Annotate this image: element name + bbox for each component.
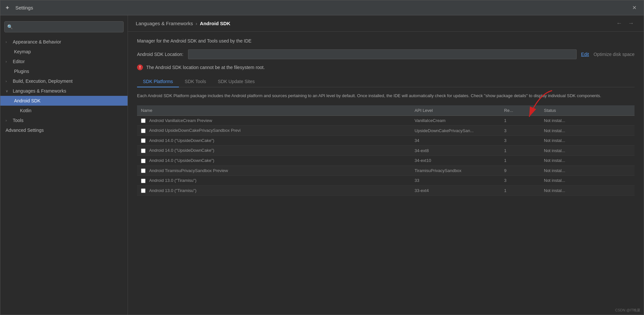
cell-status: Not instal...: [540, 135, 635, 146]
chevron-down-icon: ∨: [6, 89, 10, 93]
col-header-name: Name: [137, 105, 411, 116]
table-row: Android 14.0 ("UpsideDownCake") 34-ext10…: [137, 156, 635, 166]
optimize-link[interactable]: Optimize disk space: [594, 52, 635, 57]
search-icon: 🔍: [7, 24, 13, 29]
cell-rev: 3: [500, 126, 540, 136]
sidebar-item-label: Android SDK: [14, 98, 41, 103]
error-text: The Android SDK location cannot be at th…: [146, 65, 265, 70]
sidebar-item-plugins[interactable]: Plugins: [0, 66, 128, 76]
cell-status: Not instal...: [540, 176, 635, 186]
nav-arrows: ← →: [614, 19, 636, 27]
cell-name: Android UpsideDownCakePrivacySandbox Pre…: [137, 126, 411, 136]
sidebar-item-label: Languages & Frameworks: [13, 88, 66, 94]
cell-name: Android 13.0 ("Tiramisu"): [137, 185, 411, 196]
tab-description: Each Android SDK Platform package includ…: [137, 93, 635, 99]
sidebar-item-label: Tools: [13, 118, 24, 123]
sidebar-item-tools[interactable]: › Tools: [0, 115, 128, 125]
watermark: CSDN @IT晚夏: [615, 308, 640, 313]
table-row: Android VanillaIceCream Preview VanillaI…: [137, 115, 635, 126]
table-row: Android 14.0 ("UpsideDownCake") 34 3 Not…: [137, 135, 635, 146]
col-header-api: API Level: [411, 105, 500, 116]
cell-status: Not instal...: [540, 185, 635, 196]
table-row: Android TiramisuPrivacySandbox Preview T…: [137, 166, 635, 176]
error-row: ! The Android SDK location cannot be at …: [137, 64, 635, 70]
app-icon: ✦: [5, 4, 12, 11]
sidebar-item-advanced[interactable]: Advanced Settings: [0, 125, 128, 135]
cell-rev: 1: [500, 115, 540, 126]
table-header-row: Name API Level Re... Status: [137, 105, 635, 116]
breadcrumb-separator: ›: [196, 21, 197, 26]
row-checkbox[interactable]: [141, 138, 146, 143]
cell-api: 33-ext4: [411, 185, 500, 196]
cell-status: Not instal...: [540, 166, 635, 176]
breadcrumb-current: Android SDK: [200, 21, 230, 26]
sdk-location-input[interactable]: [188, 49, 577, 59]
table-row: Android UpsideDownCakePrivacySandbox Pre…: [137, 126, 635, 136]
row-checkbox[interactable]: [141, 188, 146, 193]
table-row: Android 13.0 ("Tiramisu") 33 3 Not insta…: [137, 176, 635, 186]
breadcrumb-parent: Languages & Frameworks: [136, 21, 193, 26]
cell-name: Android 14.0 ("UpsideDownCake"): [137, 146, 411, 156]
forward-button[interactable]: →: [626, 19, 636, 27]
sidebar-item-languages[interactable]: ∨ Languages & Frameworks: [0, 86, 128, 96]
row-checkbox[interactable]: [141, 118, 146, 123]
tabs-row: SDK Platforms SDK Tools SDK Update Sites: [137, 76, 635, 87]
cell-status: Not instal...: [540, 146, 635, 156]
close-button[interactable]: ✕: [630, 3, 639, 12]
sidebar-item-label: Editor: [13, 59, 25, 64]
chevron-icon: ›: [6, 60, 10, 63]
chevron-icon: ›: [6, 79, 10, 83]
search-bar[interactable]: 🔍: [4, 21, 124, 32]
sidebar-item-build[interactable]: › Build, Execution, Deployment: [0, 76, 128, 86]
cell-api: 34: [411, 135, 500, 146]
content-body: Manager for the Android SDK and Tools us…: [128, 32, 644, 315]
sidebar-item-label: Appearance & Behavior: [13, 39, 61, 44]
cell-name: Android 14.0 ("UpsideDownCake"): [137, 135, 411, 146]
row-checkbox[interactable]: [141, 159, 146, 163]
sidebar-item-appearance[interactable]: › Appearance & Behavior: [0, 37, 128, 47]
tab-sdk-update-sites[interactable]: SDK Update Sites: [212, 76, 261, 87]
tab-sdk-platforms[interactable]: SDK Platforms: [137, 76, 179, 87]
col-header-rev: Re...: [500, 105, 540, 116]
cell-name: Android 14.0 ("UpsideDownCake"): [137, 156, 411, 166]
cell-rev: 1: [500, 185, 540, 196]
sidebar-item-label: Plugins: [14, 69, 29, 74]
sdk-table: Name API Level Re... Status Android Vani…: [137, 105, 635, 196]
sidebar-item-keymap[interactable]: Keymap: [0, 47, 128, 57]
cell-rev: 1: [500, 146, 540, 156]
sidebar-item-editor[interactable]: › Editor: [0, 57, 128, 66]
search-input[interactable]: [15, 25, 121, 29]
sidebar-item-label: Kotlin: [20, 108, 31, 113]
content-panel: Languages & Frameworks › Android SDK ← →…: [128, 15, 644, 315]
chevron-icon: ›: [6, 40, 10, 44]
cell-rev: 1: [500, 156, 540, 166]
cell-status: Not instal...: [540, 115, 635, 126]
cell-api: UpsideDownCakePrivacySan...: [411, 126, 500, 136]
cell-name: Android VanillaIceCream Preview: [137, 115, 411, 126]
chevron-icon: ›: [6, 118, 10, 122]
sdk-location-label: Android SDK Location:: [137, 52, 183, 57]
sidebar-item-android-sdk[interactable]: Android SDK: [0, 96, 128, 106]
row-checkbox[interactable]: [141, 168, 146, 173]
sidebar: 🔍 › Appearance & Behavior Keymap › Edito…: [0, 15, 128, 315]
cell-api: 34-ext10: [411, 156, 500, 166]
breadcrumb: Languages & Frameworks › Android SDK: [136, 21, 230, 26]
row-checkbox[interactable]: [141, 179, 146, 183]
sdk-location-row: Android SDK Location: Edit Optimize disk…: [137, 49, 635, 59]
back-button[interactable]: ←: [614, 19, 624, 27]
cell-name: Android 13.0 ("Tiramisu"): [137, 176, 411, 186]
sidebar-item-kotlin[interactable]: Kotlin: [0, 106, 128, 115]
cell-api: TiramisuPrivacySandbox: [411, 166, 500, 176]
page-description: Manager for the Android SDK and Tools us…: [137, 38, 635, 44]
row-checkbox[interactable]: [141, 129, 146, 133]
row-checkbox[interactable]: [141, 149, 146, 153]
table-row: Android 13.0 ("Tiramisu") 33-ext4 1 Not …: [137, 185, 635, 196]
tab-sdk-tools[interactable]: SDK Tools: [179, 76, 212, 87]
cell-rev: 9: [500, 166, 540, 176]
table-row: Android 14.0 ("UpsideDownCake") 34-ext8 …: [137, 146, 635, 156]
content-header: Languages & Frameworks › Android SDK ← →: [128, 15, 644, 32]
col-header-status: Status: [540, 105, 635, 116]
sidebar-item-label: Keymap: [14, 49, 31, 54]
edit-link[interactable]: Edit: [581, 52, 589, 57]
window-title: Settings: [15, 5, 630, 10]
